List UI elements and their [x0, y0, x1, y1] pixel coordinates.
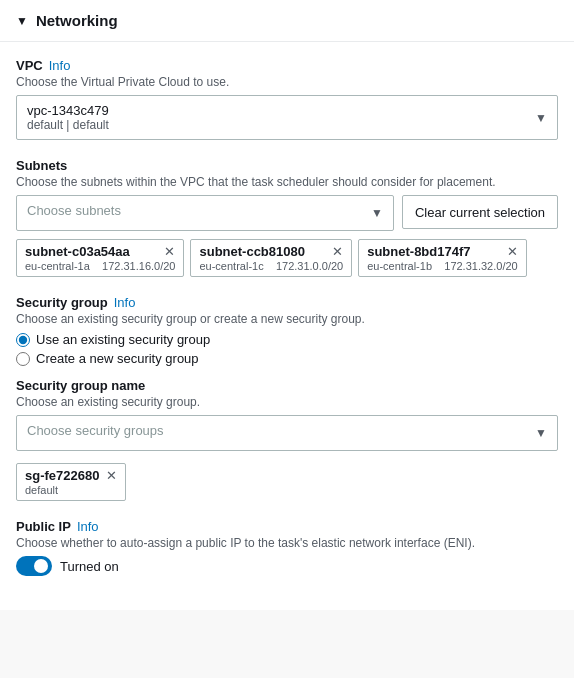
security-group-label: Security group — [16, 295, 108, 310]
vpc-description: Choose the Virtual Private Cloud to use. — [16, 75, 558, 89]
radio-create-new-label: Create a new security group — [36, 351, 199, 366]
radio-use-existing-input[interactable] — [16, 333, 30, 347]
security-group-radio-group: Use an existing security group Create a … — [16, 332, 558, 366]
security-group-field-group: Security group Info Choose an existing s… — [16, 295, 558, 501]
section-header: ▼ Networking — [0, 0, 574, 42]
subnet-tag-remove-1[interactable]: ✕ — [332, 245, 343, 258]
vpc-select[interactable]: vpc-1343c479 default | default ▼ — [16, 95, 558, 140]
public-ip-description: Choose whether to auto-assign a public I… — [16, 536, 558, 550]
subnets-description: Choose the subnets within the VPC that t… — [16, 175, 558, 189]
sg-select-display[interactable]: Choose security groups — [17, 416, 557, 450]
sg-tag-id: sg-fe722680 — [25, 468, 99, 483]
public-ip-label: Public IP — [16, 519, 71, 534]
subnet-tag-0: subnet-c03a54aa ✕ eu-central-1a 172.31.1… — [16, 239, 184, 277]
subnet-tag-1: subnet-ccb81080 ✕ eu-central-1c 172.31.0… — [190, 239, 352, 277]
section-title: Networking — [36, 12, 118, 29]
clear-selection-button[interactable]: Clear current selection — [402, 195, 558, 229]
subnet-tag-sub-0: eu-central-1a 172.31.16.0/20 — [25, 260, 175, 272]
subnets-select[interactable]: Choose subnets ▼ — [16, 195, 394, 231]
vpc-select-display[interactable]: vpc-1343c479 default | default — [17, 96, 557, 139]
subnet-tag-id-2: subnet-8bd174f7 — [367, 244, 470, 259]
subnet-tag-remove-2[interactable]: ✕ — [507, 245, 518, 258]
public-ip-field-group: Public IP Info Choose whether to auto-as… — [16, 519, 558, 576]
vpc-label: VPC — [16, 58, 43, 73]
subnet-tag-remove-0[interactable]: ✕ — [164, 245, 175, 258]
public-ip-toggle-row: Turned on — [16, 556, 558, 576]
vpc-info-link[interactable]: Info — [49, 58, 71, 73]
sg-tag: sg-fe722680 ✕ default — [16, 463, 126, 501]
toggle-thumb — [34, 559, 48, 573]
sg-placeholder: Choose security groups — [27, 423, 164, 438]
public-ip-info-link[interactable]: Info — [77, 519, 99, 534]
public-ip-toggle[interactable] — [16, 556, 52, 576]
subnet-tag-2: subnet-8bd174f7 ✕ eu-central-1b 172.31.3… — [358, 239, 526, 277]
radio-create-new[interactable]: Create a new security group — [16, 351, 558, 366]
subnets-field-group: Subnets Choose the subnets within the VP… — [16, 158, 558, 277]
subnet-tag-sub-2: eu-central-1b 172.31.32.0/20 — [367, 260, 517, 272]
subnets-placeholder: Choose subnets — [27, 203, 121, 218]
subnets-select-row: Choose subnets ▼ Clear current selection — [16, 195, 558, 231]
vpc-selected-id: vpc-1343c479 — [27, 103, 525, 118]
vpc-field-group: VPC Info Choose the Virtual Private Clou… — [16, 58, 558, 140]
public-ip-toggle-label: Turned on — [60, 559, 119, 574]
subnet-tags-container: subnet-c03a54aa ✕ eu-central-1a 172.31.1… — [16, 239, 558, 277]
subnets-select-display[interactable]: Choose subnets — [17, 196, 393, 230]
sg-name-label: Security group name — [16, 378, 145, 393]
sg-tag-remove[interactable]: ✕ — [106, 469, 117, 482]
subnet-tag-id-0: subnet-c03a54aa — [25, 244, 130, 259]
sg-select[interactable]: Choose security groups ▼ — [16, 415, 558, 451]
subnets-label: Subnets — [16, 158, 67, 173]
vpc-selected-sub: default | default — [27, 118, 525, 132]
sg-tag-sub: default — [25, 484, 117, 496]
subnet-tag-sub-1: eu-central-1c 172.31.0.0/20 — [199, 260, 343, 272]
security-group-description: Choose an existing security group or cre… — [16, 312, 558, 326]
radio-create-new-input[interactable] — [16, 352, 30, 366]
security-group-info-link[interactable]: Info — [114, 295, 136, 310]
subnet-tag-id-1: subnet-ccb81080 — [199, 244, 305, 259]
section-collapse-arrow[interactable]: ▼ — [16, 14, 28, 28]
radio-use-existing[interactable]: Use an existing security group — [16, 332, 558, 347]
sg-name-desc: Choose an existing security group. — [16, 395, 558, 409]
radio-use-existing-label: Use an existing security group — [36, 332, 210, 347]
